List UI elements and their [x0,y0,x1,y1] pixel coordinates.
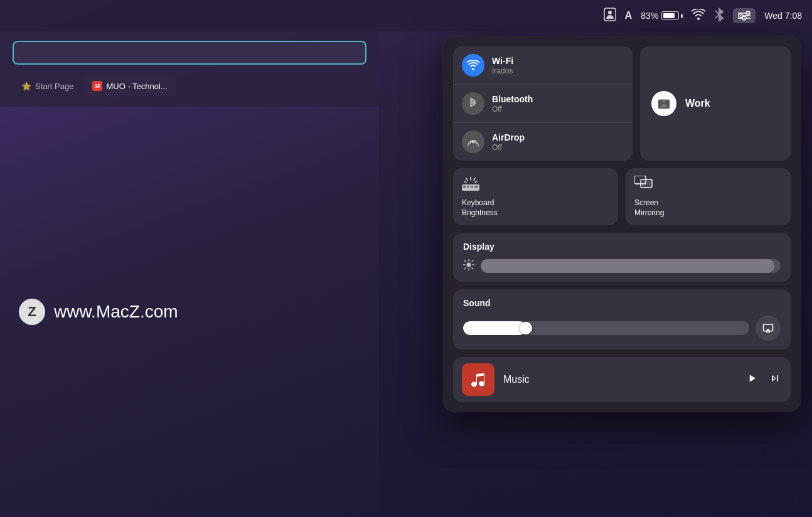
music-controls [745,372,782,388]
browser-content: Z www.MacZ.com [0,107,379,517]
sound-title: Sound [463,298,781,308]
svg-point-14 [663,100,666,103]
svg-rect-16 [463,186,466,188]
airdrop-toggle-icon [462,131,484,153]
svg-line-34 [472,268,473,269]
svg-rect-18 [471,186,473,188]
browser-chrome: ⭐ Start Page M MUO - Technol... [0,31,379,107]
svg-line-22 [474,178,475,181]
battery-percentage: 83% [641,11,658,21]
svg-line-24 [475,181,477,183]
keyboard-brightness-icon [462,177,479,195]
tab-label: MUO - Technol... [106,82,167,91]
svg-point-3 [740,15,741,16]
play-button[interactable] [745,372,758,388]
airdrop-text: AirDrop Off [492,132,525,152]
music-label: Music [503,374,737,385]
screen-mirroring-label: Screen Mirroring [634,198,664,218]
sound-volume-row [463,316,781,341]
bluetooth-text: Bluetooth Off [492,94,533,114]
screen-mirroring-icon [634,176,653,195]
svg-point-6 [747,13,749,14]
cc-display-section: Display [453,233,791,282]
volume-icon [468,322,479,335]
cc-network-group: Wi-Fi Irados Bluetooth Off [453,46,633,161]
svg-line-21 [466,178,467,181]
wifi-icon[interactable] [692,9,705,23]
airdrop-name: AirDrop [492,132,525,142]
airdrop-sub: Off [492,143,525,152]
display-brightness-row [463,259,781,273]
control-center-panel: Wi-Fi Irados Bluetooth Off [443,36,801,412]
svg-point-28 [467,263,471,267]
keyboard-brightness-label: Keyboard Brightness [462,198,498,218]
battery-indicator: 83% [641,11,683,21]
site-url: www.MacZ.com [54,302,178,322]
bluetooth-toggle-icon [462,92,484,115]
keyboard-input-icon[interactable]: A [625,10,633,21]
svg-point-9 [744,18,745,19]
wifi-name: Wi-Fi [492,56,513,66]
tabs-area: ⭐ Start Page M MUO - Technol... [0,71,379,96]
muo-favicon: M [92,81,102,91]
skip-forward-button[interactable] [768,372,782,388]
brightness-icon [463,259,474,273]
menubar-icons: A 83% [604,8,802,24]
control-center-button[interactable] [733,8,756,23]
svg-rect-17 [467,186,469,188]
cc-keyboard-brightness-button[interactable]: Keyboard Brightness [453,168,618,225]
brightness-slider[interactable] [481,259,781,273]
cc-sound-section: Sound [453,289,791,349]
menubar: A 83% [0,0,812,31]
tab-start-page[interactable]: ⭐ Start Page [13,77,82,96]
tab-label: Start Page [35,82,73,91]
svg-point-1 [608,11,612,14]
volume-slider[interactable] [463,321,749,335]
url-bar-area [0,31,379,71]
svg-rect-19 [474,186,478,188]
site-favicon: Z [19,299,45,325]
datetime-display: Wed 7:08 [764,11,802,21]
bluetooth-off-icon[interactable] [714,8,724,24]
svg-line-36 [464,268,466,269]
music-app-icon [462,363,494,396]
star-icon: ⭐ [21,82,31,91]
url-bar[interactable] [13,41,366,65]
cc-music-section: Music [453,357,791,402]
cc-top-row: Wi-Fi Irados Bluetooth Off [453,46,791,161]
airplay-button[interactable] [756,316,781,341]
display-title: Display [463,242,781,252]
work-focus-icon [651,91,676,116]
cc-airdrop-item[interactable]: AirDrop Off [453,123,633,161]
cc-bluetooth-item[interactable]: Bluetooth Off [453,85,633,123]
svg-line-23 [464,181,466,183]
svg-line-33 [464,260,466,262]
cc-work-button[interactable]: Work [640,46,791,161]
svg-line-35 [472,260,473,262]
wifi-text: Wi-Fi Irados [492,56,513,75]
bluetooth-name: Bluetooth [492,94,533,104]
battery-icon [661,11,683,20]
bluetooth-sub: Off [492,105,533,114]
cc-screen-mirroring-button[interactable]: Screen Mirroring [626,168,791,225]
wifi-toggle-icon [462,54,484,77]
cc-second-row: Keyboard Brightness Screen Mirroring [453,168,791,225]
svg-rect-27 [642,181,651,186]
tab-muo[interactable]: M MUO - Technol... [83,76,176,96]
work-label: Work [685,98,710,109]
contact-icon[interactable] [604,8,616,24]
site-logo: Z www.MacZ.com [19,299,178,325]
cc-wifi-item[interactable]: Wi-Fi Irados [453,46,633,85]
wifi-sub: Irados [492,67,513,75]
